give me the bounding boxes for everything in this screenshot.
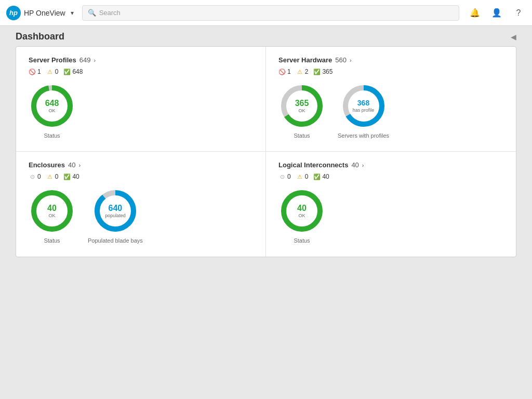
li-warning-badge: ⚠ 0 [296, 173, 309, 180]
user-icon: 👤 [491, 8, 502, 18]
ok-count: 648 [72, 68, 83, 75]
status-donut-text: OK [45, 108, 59, 114]
search-placeholder: Search [99, 9, 121, 17]
enclosures-header: Enclosures 40 › [29, 161, 253, 169]
enc-status-number: 40 [47, 203, 57, 213]
enclosures-title: Enclosures [29, 161, 65, 169]
brand-name: HP OneView [24, 9, 65, 17]
li-disabled-badge: ⊙ 0 [278, 173, 291, 180]
collapse-button[interactable]: ◀ [511, 33, 516, 41]
hw-profiles-text: has profile [353, 108, 375, 113]
status-donut-number: 648 [45, 98, 59, 108]
enc-ok-badge: ✅ 40 [63, 173, 79, 180]
enc-disabled-count: 0 [37, 173, 41, 180]
li-disabled-icon: ⊙ [278, 173, 286, 180]
hw-status-donut: 365 OK [278, 83, 325, 129]
navbar: hp HP OneView ▾ 🔍 Search 🔔 👤 ? [0, 0, 532, 26]
status-donut: 648 OK [29, 83, 75, 129]
logical-interconnects-header: Logical Interconnects 40 › [278, 161, 503, 169]
notification-button[interactable]: 🔔 [468, 6, 482, 20]
hw-status-number: 365 [295, 98, 309, 108]
error-badge: 🚫 1 [29, 68, 41, 75]
hw-ok-count: 365 [322, 68, 332, 75]
enc-status-chart[interactable]: 40 OK Status [29, 188, 75, 244]
server-hardware-charts: 365 OK Status [278, 83, 503, 139]
search-bar[interactable]: 🔍 Search [82, 5, 459, 21]
server-hardware-cell: Server Hardware 560 › 🚫 1 ⚠ 2 [266, 47, 516, 152]
logical-interconnects-cell: Logical Interconnects 40 › ⊙ 0 ⚠ 0 [266, 152, 516, 257]
enc-bays-text: populated [105, 213, 126, 219]
li-warning-icon: ⚠ [296, 173, 303, 180]
error-icon: 🚫 [29, 68, 36, 75]
enc-bays-chart[interactable]: 640 populated Populated blade bays [88, 188, 143, 244]
hw-ok-badge: ✅ 365 [313, 68, 332, 75]
enc-disabled-badge: ⊙ 0 [29, 173, 41, 180]
hw-error-count: 1 [287, 68, 291, 75]
li-status-label: Status [294, 237, 310, 244]
server-profiles-arrow[interactable]: › [94, 57, 96, 63]
server-hardware-arrow[interactable]: › [350, 57, 352, 63]
help-button[interactable]: ? [511, 6, 526, 20]
li-warning-count: 0 [305, 173, 309, 180]
enclosures-count: 40 [68, 161, 75, 169]
hw-status-text: OK [295, 108, 309, 114]
brand-dropdown-icon[interactable]: ▾ [71, 9, 74, 17]
li-disabled-count: 0 [287, 173, 291, 180]
hw-profiles-donut: 368 has profile [340, 83, 387, 129]
enc-bays-label: Populated blade bays [88, 237, 143, 244]
enc-warning-icon: ⚠ [46, 173, 54, 180]
logical-interconnects-arrow[interactable]: › [362, 162, 364, 168]
hw-error-badge: 🚫 1 [278, 68, 291, 75]
hw-profiles-number: 368 [353, 99, 375, 108]
warning-badge: ⚠ 0 [46, 68, 59, 75]
logical-interconnects-count: 40 [351, 161, 358, 169]
hw-status-chart[interactable]: 365 OK Status [278, 83, 325, 139]
enclosures-charts: 40 OK Status [29, 188, 253, 244]
enclosures-cell: Enclosures 40 › ⊙ 0 ⚠ 0 [16, 152, 266, 257]
page-wrapper: hp HP OneView ▾ 🔍 Search 🔔 👤 ? Dashboard… [0, 0, 532, 399]
help-icon: ? [516, 8, 521, 18]
nav-icons: 🔔 👤 ? [468, 6, 526, 20]
dashboard-title: Dashboard [16, 31, 64, 42]
server-profiles-header: Server Profiles 649 › [29, 56, 253, 64]
enc-ok-count: 40 [72, 173, 79, 180]
enc-status-donut-center: 40 OK [47, 203, 57, 219]
hw-status-label: Status [294, 132, 310, 139]
li-status-text: OK [297, 213, 307, 219]
li-status-chart[interactable]: 40 OK Status [278, 188, 325, 244]
panel-grid: Server Profiles 649 › 🚫 1 ⚠ 0 [16, 47, 516, 257]
server-profiles-title: Server Profiles [29, 56, 76, 64]
status-donut-center: 648 OK [45, 98, 59, 114]
hw-profiles-donut-center: 368 has profile [353, 99, 375, 113]
dashboard-header: Dashboard ◀ [16, 26, 516, 46]
enc-warning-count: 0 [55, 173, 59, 180]
server-hardware-count: 560 [335, 56, 347, 64]
brand-button[interactable]: hp HP OneView ▾ [6, 6, 74, 20]
logical-interconnects-title: Logical Interconnects [278, 161, 348, 169]
warning-count: 0 [55, 68, 59, 75]
enc-bays-number: 640 [105, 203, 126, 213]
enc-status-donut: 40 OK [29, 188, 75, 234]
hw-profiles-label: Servers with profiles [338, 132, 389, 139]
dashboard-panel: Server Profiles 649 › 🚫 1 ⚠ 0 [16, 46, 516, 257]
ok-badge: ✅ 648 [63, 68, 83, 75]
hw-warning-badge: ⚠ 2 [296, 68, 309, 75]
error-count: 1 [37, 68, 41, 75]
bell-icon: 🔔 [470, 8, 480, 18]
server-profiles-status-chart[interactable]: 648 OK Status [29, 83, 75, 139]
logical-interconnects-badges: ⊙ 0 ⚠ 0 ✅ 40 [278, 173, 503, 180]
li-status-donut: 40 OK [278, 188, 325, 234]
enc-ok-icon: ✅ [63, 173, 71, 180]
user-button[interactable]: 👤 [489, 6, 504, 20]
enc-disabled-icon: ⊙ [29, 173, 36, 180]
hw-warning-icon: ⚠ [296, 68, 303, 75]
enc-status-label: Status [44, 237, 60, 244]
hw-profiles-chart[interactable]: 368 has profile Servers with profiles [338, 83, 389, 139]
enc-bays-donut: 640 populated [92, 188, 139, 234]
hw-status-donut-center: 365 OK [295, 98, 309, 114]
hw-error-icon: 🚫 [278, 68, 286, 75]
enclosures-arrow[interactable]: › [79, 162, 81, 168]
hw-ok-icon: ✅ [313, 68, 321, 75]
enclosures-badges: ⊙ 0 ⚠ 0 ✅ 40 [29, 173, 253, 180]
logical-interconnects-charts: 40 OK Status [278, 188, 503, 244]
